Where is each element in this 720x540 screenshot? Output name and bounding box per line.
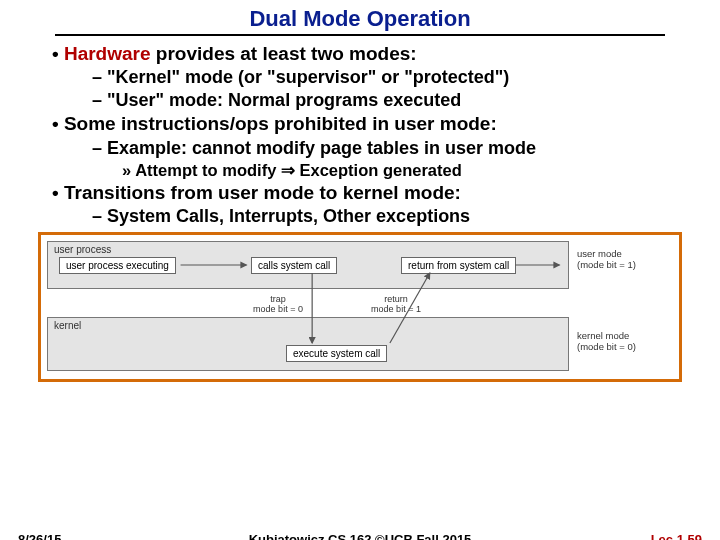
bullet-3: Transitions from user mode to kernel mod… xyxy=(52,181,680,205)
slide-title: Dual Mode Operation xyxy=(0,6,720,32)
sub-1b: "User" mode: Normal programs executed xyxy=(92,89,680,112)
sub-1a: "Kernel" mode (or "supervisor" or "prote… xyxy=(92,66,680,89)
box-exec-syscall: execute system call xyxy=(286,345,387,362)
mode-diagram: user process kernel user mode(mode bit =… xyxy=(38,232,682,382)
bullet-2: Some instructions/ops prohibited in user… xyxy=(52,112,680,136)
label-trap: trapmode bit = 0 xyxy=(243,295,313,314)
box-calls-syscall: calls system call xyxy=(251,257,337,274)
user-side-label: user mode(mode bit = 1) xyxy=(577,249,675,270)
sub-2a2: Attempt to modify ⇒ Exception generated xyxy=(122,160,680,181)
kernel-panel: kernel xyxy=(47,317,569,371)
bullet-1: Hardware provides at least two modes: xyxy=(52,42,680,66)
sub-2a: Example: cannot modify page tables in us… xyxy=(92,137,680,160)
hw-word: Hardware xyxy=(64,43,151,64)
footer-lecture: Lec 1.59 xyxy=(651,532,702,540)
kernel-panel-label: kernel xyxy=(54,320,81,331)
kernel-side-label: kernel mode(mode bit = 0) xyxy=(577,331,675,352)
box-user-exec: user process executing xyxy=(59,257,176,274)
sub-3a: System Calls, Interrupts, Other exceptio… xyxy=(92,205,680,228)
title-rule xyxy=(55,34,665,36)
b1-rest: provides at least two modes: xyxy=(151,43,417,64)
label-return: returnmode bit = 1 xyxy=(361,295,431,314)
box-return-syscall: return from system call xyxy=(401,257,516,274)
slide-body: Hardware provides at least two modes: "K… xyxy=(0,42,720,228)
footer-course: Kubiatowicz CS 162 ©UCB Fall 2015 xyxy=(0,532,720,540)
user-panel-label: user process xyxy=(54,244,111,255)
